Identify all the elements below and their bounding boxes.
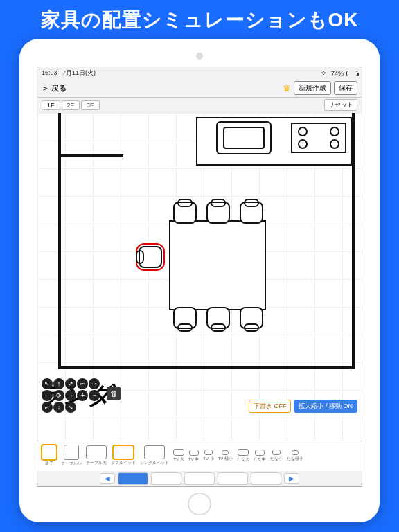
back-button[interactable]: ＞ 戻る	[42, 83, 66, 94]
shelf-label: TV 極小	[218, 456, 233, 462]
date: 7月11日(火)	[62, 69, 96, 76]
app-screen: 16:03 7月11日(火) ᯤ 74% ＞ 戻る ♛ 新規作成 保存	[37, 66, 362, 487]
battery-pct: 74%	[331, 70, 344, 77]
draft-toggle[interactable]: 下書き OFF	[249, 400, 292, 413]
shelf-label: テーブル小	[61, 461, 82, 467]
wifi-icon: ᯤ	[321, 69, 328, 77]
delete-button[interactable]: 🗑	[107, 387, 121, 400]
chair[interactable]	[173, 307, 197, 329]
sink[interactable]	[216, 121, 272, 154]
shelf-item[interactable]: TV 小	[203, 450, 213, 462]
shelf-item[interactable]: TV 中	[188, 450, 199, 463]
chair[interactable]	[206, 202, 230, 224]
shelf-label: シングルベッド	[140, 460, 169, 466]
zoom-move-toggle[interactable]: 拡大縮小 / 移動 ON	[294, 400, 357, 413]
page-dot[interactable]	[251, 472, 281, 485]
new-button[interactable]: 新規作成	[294, 81, 331, 95]
camera-dot	[196, 53, 203, 60]
shelf-item[interactable]: たな小	[270, 450, 283, 462]
shelf-label: TV 中	[188, 456, 199, 463]
floor-row: 1F 2F 3F リセット	[37, 98, 362, 113]
pad-w[interactable]: ←	[42, 390, 53, 401]
shelf-label: ダブルベッド	[111, 460, 136, 466]
floorplan-canvas[interactable]: ランダ ↖ ↑ ↗ ⤺ ⤻ ← ⟳ → ＋ － ↙ ↓ ↘	[37, 113, 362, 441]
shelf-item[interactable]: TV 大	[173, 449, 184, 463]
shelf-label: たな小	[270, 456, 283, 462]
pad-e[interactable]: →	[65, 390, 76, 401]
furniture-shelf: 椅子 テーブル小 テーブル大 ダブルベッド シングルベッド TV 大 TV 中 …	[37, 441, 362, 471]
floor-tab-2f[interactable]: 2F	[62, 100, 80, 110]
reset-button[interactable]: リセット	[324, 99, 357, 111]
shelf-item[interactable]: TV 極小	[218, 450, 233, 462]
pad-rot2[interactable]: ⤻	[89, 378, 100, 389]
shelf-label: TV 小	[203, 456, 213, 462]
save-button[interactable]: 保存	[334, 81, 357, 95]
promo-headline: 家具の配置シミュレーションもOK	[41, 0, 359, 39]
page-prev[interactable]: ◀	[100, 473, 115, 484]
clock: 16:03	[42, 69, 57, 76]
pad-z1[interactable]: ＋	[77, 390, 88, 401]
shelf-item[interactable]: ダブルベッド	[111, 445, 136, 466]
chair-selected[interactable]	[139, 246, 162, 268]
home-button[interactable]	[188, 493, 211, 515]
crown-icon[interactable]: ♛	[283, 83, 291, 94]
chair[interactable]	[173, 202, 197, 224]
cooktop[interactable]	[291, 123, 346, 153]
shelf-item[interactable]: シングルベッド	[140, 445, 169, 466]
shelf-label: たな中	[254, 456, 266, 463]
pad-s[interactable]: ↓	[53, 402, 64, 413]
pad-nw[interactable]: ↖	[42, 378, 53, 389]
page-dot[interactable]	[218, 472, 248, 485]
pad-se[interactable]: ↘	[65, 402, 76, 413]
shelf-item[interactable]: たな大	[237, 449, 249, 463]
tablet-frame: 16:03 7月11日(火) ᯤ 74% ＞ 戻る ♛ 新規作成 保存	[19, 39, 380, 522]
move-pad: ↖ ↑ ↗ ⤺ ⤻ ← ⟳ → ＋ － ↙ ↓ ↘	[42, 378, 100, 413]
shelf-label: テーブル大	[86, 460, 107, 466]
dining-table[interactable]	[169, 220, 266, 310]
shelf-label: たな大	[237, 456, 249, 463]
page-dot[interactable]	[184, 472, 215, 485]
page-next[interactable]: ▶	[284, 473, 299, 484]
pad-rot1[interactable]: ⤺	[77, 378, 88, 389]
page-dot[interactable]	[118, 472, 148, 485]
shelf-item[interactable]: たな極小	[287, 450, 303, 462]
shelf-label: 椅子	[45, 461, 53, 467]
wall-segment	[61, 154, 123, 157]
page-dot[interactable]	[151, 472, 181, 485]
pad-ne[interactable]: ↗	[65, 378, 76, 389]
floor-tab-1f[interactable]: 1F	[42, 100, 60, 110]
pad-sw[interactable]: ↙	[42, 402, 53, 413]
chair[interactable]	[206, 307, 230, 329]
shelf-item[interactable]: テーブル大	[86, 445, 107, 466]
pad-z2[interactable]: －	[89, 390, 100, 401]
pager: ◀ ▶	[37, 471, 362, 486]
chair[interactable]	[240, 307, 263, 329]
top-toolbar: ＞ 戻る ♛ 新規作成 保存	[37, 80, 362, 98]
shelf-item[interactable]: たな中	[254, 450, 266, 463]
chair[interactable]	[240, 202, 263, 224]
status-bar: 16:03 7月11日(火) ᯤ 74%	[37, 67, 362, 80]
pad-c[interactable]: ⟳	[53, 390, 64, 401]
pad-n[interactable]: ↑	[53, 378, 64, 389]
shelf-label: TV 大	[173, 456, 184, 463]
floor-tab-3f[interactable]: 3F	[81, 100, 100, 110]
battery-icon	[346, 71, 357, 76]
shelf-label: たな極小	[287, 456, 303, 462]
shelf-item[interactable]: 椅子	[42, 445, 57, 467]
shelf-item[interactable]: テーブル小	[61, 445, 82, 467]
